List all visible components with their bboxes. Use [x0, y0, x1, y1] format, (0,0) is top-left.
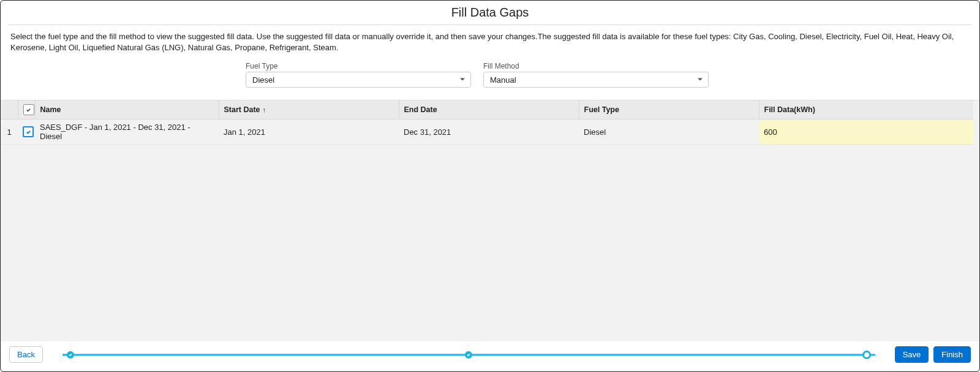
- fuel-type-column-header[interactable]: Fuel Type: [579, 101, 759, 120]
- footer-actions: Save Finish: [895, 346, 971, 363]
- fill-method-label: Fill Method: [483, 62, 709, 70]
- filter-row: Fuel Type Diesel Fill Method Manual: [1, 62, 979, 100]
- fuel-type-value: Diesel: [252, 75, 274, 85]
- sort-asc-icon: ↑: [263, 106, 266, 113]
- modal-title: Fill Data Gaps: [1, 1, 979, 22]
- row-checkbox[interactable]: [23, 126, 34, 137]
- row-number-header: [1, 101, 18, 120]
- save-button[interactable]: Save: [895, 346, 929, 363]
- data-gap-table: Name Start Date↑ End Date Fuel Type Fill…: [1, 101, 973, 145]
- fill-data-gaps-modal: Fill Data Gaps Select the fuel type and …: [0, 0, 980, 372]
- table-header-row: Name Start Date↑ End Date Fuel Type Fill…: [1, 101, 973, 120]
- fill-method-select[interactable]: Manual: [483, 72, 709, 88]
- fuel-type-field: Fuel Type Diesel: [246, 62, 471, 88]
- row-start-date: Jan 1, 2021: [219, 120, 399, 145]
- row-fuel-type: Diesel: [579, 120, 759, 145]
- fill-method-value: Manual: [490, 75, 516, 85]
- select-all-header[interactable]: [18, 101, 35, 120]
- finish-button[interactable]: Finish: [933, 346, 971, 363]
- progress-step-3-current[interactable]: [862, 351, 871, 359]
- back-button[interactable]: Back: [9, 346, 43, 363]
- fill-data-column-header[interactable]: Fill Data(kWh): [759, 101, 973, 120]
- progress-step-2[interactable]: [465, 351, 472, 359]
- fuel-type-label: Fuel Type: [246, 62, 471, 70]
- data-table-area: Name Start Date↑ End Date Fuel Type Fill…: [1, 100, 979, 341]
- row-end-date: Dec 31, 2021: [399, 120, 579, 145]
- select-all-checkbox[interactable]: [23, 104, 34, 115]
- row-checkbox-cell[interactable]: [18, 120, 35, 145]
- start-date-label: Start Date: [224, 105, 260, 114]
- name-column-header[interactable]: Name: [35, 101, 219, 120]
- caret-down-icon: [697, 75, 703, 85]
- description-text: Select the fuel type and the fill method…: [1, 25, 979, 62]
- progress-step-1[interactable]: [67, 351, 74, 359]
- progress-indicator: [62, 350, 875, 360]
- vertical-scrollbar[interactable]: [973, 101, 979, 341]
- modal-footer: Back Save Finish: [1, 341, 979, 371]
- row-name: SAES_DGF - Jan 1, 2021 - Dec 31, 2021 - …: [35, 120, 219, 145]
- row-number: 1: [1, 120, 18, 145]
- caret-down-icon: [459, 75, 466, 85]
- fill-method-field: Fill Method Manual: [483, 62, 709, 88]
- table-row[interactable]: 1 SAES_DGF - Jan 1, 2021 - Dec 31, 2021 …: [1, 120, 973, 145]
- row-fill-data[interactable]: 600: [759, 120, 973, 145]
- fuel-type-select[interactable]: Diesel: [246, 72, 471, 88]
- start-date-column-header[interactable]: Start Date↑: [219, 101, 399, 120]
- end-date-column-header[interactable]: End Date: [399, 101, 579, 120]
